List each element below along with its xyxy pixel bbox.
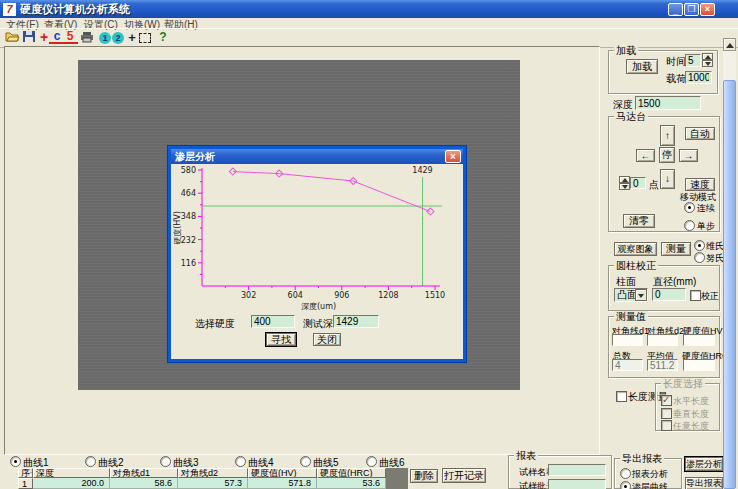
horizontal-length-checkbox[interactable] [661,395,672,406]
dialog-close-action-button[interactable]: 关闭 [313,333,341,346]
surface-combo-value: 凸面 [617,289,637,300]
calibrate-5-icon[interactable]: 5 [62,30,78,44]
table-header-row: 序号 深度 对角线d1 对角线d2 硬度值(HV) 硬度值(HRC) [18,468,408,478]
curve1-radio[interactable] [10,456,21,467]
find-button[interactable]: 寻找 [266,333,296,346]
layer-analysis-button[interactable]: 渗层分析 [685,457,723,471]
measure-button[interactable]: 测量 [661,242,691,256]
curve2-radio[interactable] [85,456,96,467]
frame-select-icon[interactable] [137,30,153,45]
svg-text:116: 116 [181,259,196,268]
svg-text:1429: 1429 [412,166,432,175]
motor-auto-button[interactable]: 自动 [685,127,715,140]
layer-analysis-dialog: 渗层分析 × 142930260490612081510116232348464… [168,146,466,362]
scrollbar-thumb[interactable] [723,80,736,489]
time-label: 时间 [666,56,686,67]
measurement-table[interactable]: 序号 深度 对角线d1 对角线d2 硬度值(HV) 硬度值(HRC) 1 200… [18,468,408,489]
combo-dropdown-icon[interactable] [635,289,647,301]
depth-field[interactable] [635,96,701,110]
point-spin-down-button[interactable] [619,183,630,190]
sample-batch-field[interactable] [548,479,606,489]
scrollbar-up-button[interactable] [723,38,736,51]
observe-image-button[interactable]: 观察图象 [614,242,657,256]
dialog-title: 渗层分析 [175,151,215,162]
open-record-button[interactable]: 打开记录 [442,468,486,483]
vertical-length-label: 垂直长度 [673,409,709,420]
surface-combo[interactable]: 凸面 [614,288,648,302]
report-analysis-label: 报表分析 [632,469,668,480]
total-field [612,359,643,371]
test-depth-field[interactable] [333,315,379,328]
sample-name-field[interactable] [548,464,606,476]
vertical-scrollbar[interactable] [723,38,736,489]
mode-continuous-label: 连续 [697,203,715,214]
average-field [647,359,678,371]
report-analysis-radio[interactable] [620,468,631,479]
open-file-icon[interactable] [4,30,20,45]
layer-curve-radio[interactable] [620,481,631,489]
restore-button[interactable]: ❐ [684,3,699,16]
any-length-label: 任意长度 [673,421,709,432]
load-button[interactable]: 加载 [626,59,658,74]
time-spin-up-button[interactable] [702,53,713,60]
col-d1: 对角线d1 [110,468,178,478]
svg-text:深度(um): 深度(um) [301,302,336,311]
length-measure-checkbox[interactable] [616,391,627,402]
svg-text:1510: 1510 [425,291,445,300]
mode-step-label: 单步 [697,221,715,232]
correct-checkbox[interactable] [690,290,701,301]
svg-text:604: 604 [288,291,303,300]
motor-left-button[interactable]: ← [636,149,655,162]
force-field[interactable] [685,71,712,84]
motor-speed-button[interactable]: 速度 [685,178,715,191]
export-report-button[interactable]: 导出报表 [685,477,723,489]
cell-index: 1 [18,478,33,489]
time-spin-down-button[interactable] [702,60,713,67]
vickers-label: 维氏 [706,241,724,252]
knoop-radio[interactable] [694,252,705,263]
vickers-radio[interactable] [694,240,705,251]
any-length-checkbox[interactable] [661,420,672,431]
curve3-radio[interactable] [160,456,171,467]
cell-depth: 200.0 [33,478,110,489]
minimize-button[interactable]: _ [668,3,683,16]
motor-right-button[interactable]: → [679,149,698,162]
curve6-radio[interactable] [366,456,377,467]
motor-clear-button[interactable]: 清零 [623,214,655,228]
close-button[interactable]: × [700,3,715,16]
motor-up-button[interactable]: ↑ [660,125,675,146]
point-field[interactable] [630,177,646,189]
app-window: 7 硬度仪计算机分析系统 _ ❐ × 文件(F) 查看(V) 设置(C) 切换(… [0,0,738,489]
delete-button[interactable]: 删除 [410,469,438,483]
restore-icon: ❐ [685,4,698,14]
curve5-radio[interactable] [300,456,311,467]
point-spinner [619,176,630,190]
knoop-label: 努氏 [706,253,724,264]
vertical-length-checkbox[interactable] [661,408,672,419]
curve4-radio[interactable] [235,456,246,467]
diameter-label: 直径(mm) [653,276,696,287]
col-index: 序号 [18,468,33,478]
mode-continuous-radio[interactable] [684,202,695,213]
motor-down-button[interactable]: ↓ [660,169,675,189]
curve1-label: 曲线1 [23,457,49,468]
help-icon[interactable]: ? [155,30,171,45]
time-spinner [702,53,713,67]
select-hardness-field[interactable] [251,315,295,328]
dialog-close-icon: × [450,151,456,162]
cell-hrc: 53.6 [317,478,386,489]
export-group-title: 导出报表 [620,453,664,464]
printer-icon[interactable] [79,30,95,45]
mode-step-radio[interactable] [684,220,695,231]
motor-stop-button[interactable]: 停 [659,147,675,163]
save-icon[interactable] [21,30,37,45]
point-spin-up-button[interactable] [619,176,630,183]
motor-group-title: 马达台 [614,111,648,122]
svg-text:1208: 1208 [378,291,398,300]
time-field[interactable] [685,54,701,67]
cell-d2: 57.3 [178,478,248,489]
dialog-close-button[interactable]: × [445,150,461,163]
diameter-field[interactable] [652,288,686,301]
table-row[interactable]: 1 200.0 58.6 57.3 571.8 53.6 [18,478,408,489]
dialog-title-bar[interactable]: 渗层分析 [171,149,463,164]
